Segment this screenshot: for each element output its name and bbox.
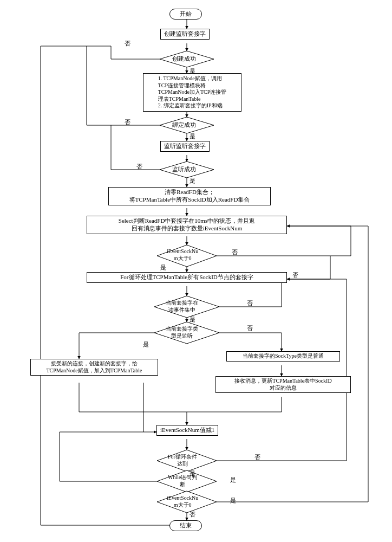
edge-no-5: 否 bbox=[292, 271, 298, 279]
create-socket-label: 创建监听套接字 bbox=[164, 30, 206, 38]
dec-evn-label: iEventSockNum值减1 bbox=[160, 427, 214, 434]
process-accept-new: 接受新的连接，创建新的套接字，给 TCPManNode赋值，加入到TCPManT… bbox=[30, 359, 158, 376]
svg-marker-1 bbox=[160, 117, 214, 133]
edge-no-1: 否 bbox=[125, 40, 130, 48]
edge-yes-5: 是 bbox=[190, 315, 195, 324]
end-label: 结束 bbox=[180, 522, 192, 530]
for-loop-label: For循环处理TCPManTable所有SockID节点的套接字 bbox=[120, 274, 253, 281]
accept-new-label: 接受新的连接，创建新的套接字，给 TCPManNode赋值，加入到TCPManT… bbox=[46, 360, 142, 374]
edge-no-7: 否 bbox=[247, 324, 253, 332]
svg-marker-5 bbox=[154, 322, 219, 344]
process-select: Select判断ReadFD中套接字在10ms中的状态，并且返 回有消息事件的套… bbox=[87, 216, 287, 234]
svg-marker-4 bbox=[154, 296, 219, 318]
terminator-end: 结束 bbox=[169, 520, 202, 531]
svg-marker-7 bbox=[157, 470, 217, 492]
process-for-loop: For循环处理TCPManTable所有SockID节点的套接字 bbox=[87, 272, 287, 283]
terminator-start: 开始 bbox=[169, 9, 202, 20]
edge-yes-4: 是 bbox=[160, 263, 166, 272]
edge-yes-9: 是 bbox=[230, 496, 236, 505]
edge-yes-2: 是 bbox=[190, 132, 195, 140]
start-label: 开始 bbox=[180, 10, 192, 18]
svg-marker-6 bbox=[157, 450, 217, 472]
edge-yes-6: 是 bbox=[143, 340, 149, 349]
process-create-socket: 创建监听套接字 bbox=[160, 29, 210, 40]
clear-readfd-label: 清零ReadFD集合； 将TCPManTable中所有SockID加入ReadF… bbox=[129, 189, 250, 204]
edge-yes-3: 是 bbox=[190, 177, 195, 185]
edge-no-9: 否 bbox=[190, 511, 195, 519]
edge-no-6: 否 bbox=[247, 299, 253, 307]
svg-marker-0 bbox=[160, 51, 214, 67]
recv-update-label: 接收消息，更新TCPManTable表中SockID 对应的信息 bbox=[234, 378, 331, 391]
edge-no-4: 否 bbox=[232, 248, 238, 256]
edge-no-3: 否 bbox=[136, 163, 142, 171]
svg-marker-2 bbox=[160, 162, 214, 178]
process-listen-socket: 监听监听套接字 bbox=[160, 141, 210, 152]
listen-socket-label: 监听监听套接字 bbox=[164, 143, 206, 150]
process-recv-update: 接收消息，更新TCPManTable表中SockID 对应的信息 bbox=[215, 376, 351, 393]
edge-no-8: 否 bbox=[254, 453, 260, 461]
edge-yes-7: 是 bbox=[190, 469, 195, 478]
edge-no-2: 否 bbox=[125, 118, 130, 126]
select-label: Select判断ReadFD中套接字在10ms中的状态，并且返 回有消息事件的套… bbox=[119, 217, 255, 233]
process-socktype-normal: 当前套接字的SockType类型是普通 bbox=[226, 351, 340, 362]
edge-yes-8: 是 bbox=[230, 476, 236, 484]
svg-marker-8 bbox=[157, 491, 217, 513]
process-assign-bind: 1. TCPManNode赋值，调用 TCP连接管理模块将 TCPManNode… bbox=[143, 73, 241, 112]
socktype-normal-label: 当前套接字的SockType类型是普通 bbox=[243, 353, 324, 360]
assign-bind-label: 1. TCPManNode赋值，调用 TCP连接管理模块将 TCPManNode… bbox=[158, 75, 227, 109]
process-dec-evn: iEventSockNum值减1 bbox=[156, 425, 218, 436]
process-clear-readfd: 清零ReadFD集合； 将TCPManTable中所有SockID加入ReadF… bbox=[108, 187, 271, 205]
edge-yes-1: 是 bbox=[190, 67, 195, 75]
